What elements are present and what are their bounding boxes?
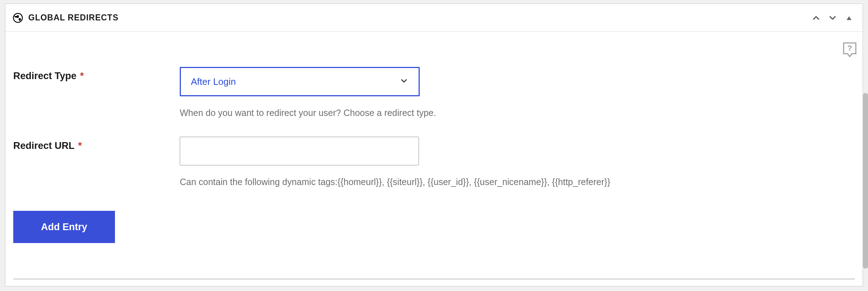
svg-marker-1	[847, 16, 852, 20]
redirect-type-help: When do you want to redirect your user? …	[180, 108, 855, 118]
panel-header: GLOBAL REDIRECTS	[5, 4, 863, 32]
help-icon[interactable]: ?	[843, 42, 857, 58]
move-up-button[interactable]	[810, 11, 823, 24]
global-redirects-panel: GLOBAL REDIRECTS ?	[5, 4, 863, 286]
move-down-button[interactable]	[826, 11, 839, 24]
panel-title: GLOBAL REDIRECTS	[28, 13, 119, 23]
svg-text:?: ?	[847, 44, 852, 53]
panel-body: ? Redirect Type* After Login	[5, 32, 863, 286]
redirect-url-row: Redirect URL* Can contain the following …	[13, 137, 855, 187]
collapse-toggle[interactable]	[843, 11, 855, 24]
page-container: GLOBAL REDIRECTS ?	[0, 0, 868, 291]
required-asterisk: *	[78, 140, 82, 151]
globe-icon	[13, 13, 23, 23]
svg-point-0	[14, 13, 23, 22]
required-asterisk: *	[80, 71, 84, 81]
form-rows: Redirect Type* After Login When do you w…	[13, 32, 855, 243]
redirect-type-row: Redirect Type* After Login When do you w…	[13, 67, 855, 118]
divider	[13, 278, 855, 280]
chevron-down-icon	[399, 76, 409, 87]
panel-header-right	[810, 11, 855, 24]
redirect-url-help: Can contain the following dynamic tags:{…	[180, 177, 855, 187]
label-text: Redirect URL	[13, 140, 74, 151]
redirect-url-label: Redirect URL*	[13, 137, 180, 151]
redirect-url-control: Can contain the following dynamic tags:{…	[180, 137, 855, 187]
redirect-type-label: Redirect Type*	[13, 67, 180, 82]
redirect-url-input[interactable]	[180, 137, 419, 165]
scrollbar-thumb[interactable]	[863, 93, 868, 268]
redirect-type-control: After Login When do you want to redirect…	[180, 67, 855, 118]
add-entry-button[interactable]: Add Entry	[13, 211, 115, 243]
redirect-type-select[interactable]: After Login	[180, 67, 420, 96]
panel-header-left: GLOBAL REDIRECTS	[13, 13, 119, 23]
redirect-type-value: After Login	[191, 76, 236, 87]
label-text: Redirect Type	[13, 71, 77, 81]
